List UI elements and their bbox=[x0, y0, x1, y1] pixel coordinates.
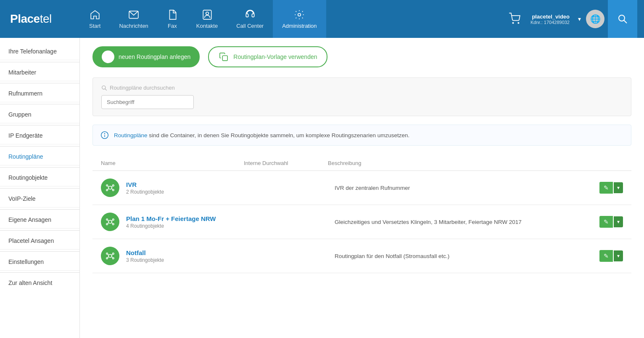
edit-button-plan1[interactable]: ✎ bbox=[599, 216, 613, 228]
svg-point-18 bbox=[113, 189, 114, 191]
row-sub-plan1: 4 Routingobjekte bbox=[126, 223, 251, 229]
sidebar-divider-3 bbox=[0, 104, 79, 104]
sidebar-item-routingplaene[interactable]: Routingpläne bbox=[0, 148, 79, 165]
svg-point-29 bbox=[113, 224, 114, 225]
info-text: Routingpläne sind die Container, in dene… bbox=[114, 132, 409, 138]
svg-line-21 bbox=[108, 186, 109, 187]
new-routingplan-button[interactable]: + neuen Routingplan anlegen bbox=[92, 46, 200, 67]
gear-icon bbox=[294, 9, 305, 20]
sidebar-item-rufnummern[interactable]: Rufnummern bbox=[0, 85, 79, 102]
sidebar-item-einstellungen[interactable]: Einstellungen bbox=[0, 253, 79, 271]
sidebar-item-gruppen[interactable]: Gruppen bbox=[0, 106, 79, 123]
svg-point-17 bbox=[106, 189, 108, 191]
svg-point-40 bbox=[113, 258, 114, 259]
username: placetel_video bbox=[532, 13, 570, 20]
sidebar-item-eigene-ansagen[interactable]: Eigene Ansagen bbox=[0, 211, 79, 229]
new-routingplan-label: neuen Routingplan anlegen bbox=[119, 53, 190, 60]
sidebar-item-placetel-ansagen[interactable]: Placetel Ansagen bbox=[0, 232, 79, 250]
edit-button-notfall[interactable]: ✎ bbox=[599, 250, 613, 262]
routing-icon-3 bbox=[106, 251, 115, 261]
sidebar-divider-2 bbox=[0, 83, 79, 83]
svg-point-16 bbox=[113, 185, 114, 186]
template-routingplan-label: Routingplan-Vorlage verwenden bbox=[233, 53, 317, 60]
info-box: Routingpläne sind die Container, in dene… bbox=[92, 125, 631, 146]
row-name-block-plan1: Plan 1 Mo-Fr + Feiertage NRW 4 Routingob… bbox=[126, 215, 251, 229]
sidebar-divider-5 bbox=[0, 146, 79, 146]
main-content: + neuen Routingplan anlegen Routingplan-… bbox=[80, 38, 644, 338]
table-row: IVR 2 Routingobjekte IVR der zentralen R… bbox=[92, 171, 631, 205]
search-button[interactable] bbox=[608, 0, 637, 38]
search-input[interactable] bbox=[101, 95, 194, 109]
user-dropdown-icon[interactable]: ▾ bbox=[576, 16, 583, 22]
nav-label-nachrichten: Nachrichten bbox=[119, 23, 148, 29]
row-icon-plan1 bbox=[101, 213, 119, 231]
svg-line-43 bbox=[108, 254, 109, 255]
nav-label-fax: Fax bbox=[168, 23, 177, 29]
row-icon-ivr bbox=[101, 178, 119, 197]
sidebar-divider-4 bbox=[0, 125, 79, 125]
col-header-name: Name bbox=[101, 160, 244, 166]
nav-label-administration: Administration bbox=[282, 23, 317, 29]
user-info[interactable]: placetel_video Kdnr.: 1704289032 bbox=[527, 13, 573, 25]
nav-item-administration[interactable]: Administration bbox=[273, 0, 326, 38]
table-row: Plan 1 Mo-Fr + Feiertage NRW 4 Routingob… bbox=[92, 205, 631, 239]
sidebar-divider-8 bbox=[0, 209, 79, 210]
nav-item-fax[interactable]: Fax bbox=[158, 0, 187, 38]
dropdown-button-ivr[interactable]: ▾ bbox=[614, 182, 623, 193]
sidebar-divider-7 bbox=[0, 188, 79, 189]
svg-line-35 bbox=[111, 223, 113, 224]
nav-item-nachrichten[interactable]: Nachrichten bbox=[110, 0, 157, 38]
svg-line-32 bbox=[108, 220, 109, 221]
svg-point-5 bbox=[518, 22, 519, 23]
row-desc-plan1: Gleichzeitiges und Versetztes Klingeln, … bbox=[335, 219, 589, 225]
cart-icon[interactable] bbox=[505, 9, 524, 29]
routing-icon bbox=[106, 183, 115, 192]
search-small-icon bbox=[101, 85, 107, 91]
svg-point-39 bbox=[106, 258, 108, 259]
copy-icon bbox=[218, 51, 229, 62]
nav-label-start: Start bbox=[89, 23, 100, 29]
sidebar-item-ip-endgeraete[interactable]: IP Endgeräte bbox=[0, 127, 79, 144]
sidebar-item-telefonanlage[interactable]: Ihre Telefonanlage bbox=[0, 43, 79, 60]
dropdown-button-plan1[interactable]: ▾ bbox=[614, 216, 623, 227]
contact-icon bbox=[202, 9, 213, 20]
row-desc-ivr: IVR der zentralen Rufnummer bbox=[335, 185, 589, 191]
row-actions-ivr: ✎ ▾ bbox=[589, 182, 623, 194]
search-icon bbox=[618, 14, 628, 24]
customer-number: Kdnr.: 1704289032 bbox=[531, 20, 570, 25]
row-name-ivr[interactable]: IVR bbox=[126, 181, 251, 188]
file-icon bbox=[167, 9, 178, 20]
template-routingplan-button[interactable]: Routingplan-Vorlage verwenden bbox=[208, 46, 327, 67]
svg-line-7 bbox=[624, 20, 627, 23]
col-header-desc: Beschreibung bbox=[328, 160, 623, 166]
svg-line-34 bbox=[108, 223, 109, 224]
svg-point-4 bbox=[512, 22, 513, 23]
sidebar-item-alte-ansicht[interactable]: Zur alten Ansicht bbox=[0, 274, 79, 291]
sidebar-item-mitarbeiter[interactable]: Mitarbeiter bbox=[0, 64, 79, 81]
svg-line-22 bbox=[111, 186, 113, 187]
nav-item-callcenter[interactable]: Call Center bbox=[227, 0, 273, 38]
svg-line-46 bbox=[111, 257, 113, 258]
svg-point-37 bbox=[106, 253, 108, 255]
row-name-block-ivr: IVR 2 Routingobjekte bbox=[126, 181, 251, 195]
routingplaene-link[interactable]: Routingpläne bbox=[114, 132, 148, 138]
home-icon bbox=[90, 9, 100, 20]
nav-item-kontakte[interactable]: Kontakte bbox=[187, 0, 227, 38]
row-name-plan1[interactable]: Plan 1 Mo-Fr + Feiertage NRW bbox=[126, 215, 251, 222]
avatar[interactable]: 🌐 bbox=[586, 10, 604, 28]
svg-point-38 bbox=[113, 253, 114, 255]
row-name-block-notfall: Notfall 3 Routingobjekte bbox=[126, 249, 251, 263]
logo[interactable]: Placetel bbox=[0, 0, 80, 38]
dropdown-button-notfall[interactable]: ▾ bbox=[614, 250, 623, 261]
col-header-internal: Interne Durchwahl bbox=[244, 160, 328, 166]
nav-label-callcenter: Call Center bbox=[236, 23, 264, 29]
sidebar-item-routingobjekte[interactable]: Routingobjekte bbox=[0, 169, 79, 186]
row-icon-notfall bbox=[101, 247, 119, 265]
row-name-notfall[interactable]: Notfall bbox=[126, 249, 251, 256]
edit-button-ivr[interactable]: ✎ bbox=[599, 182, 613, 194]
row-actions-notfall: ✎ ▾ bbox=[589, 250, 623, 262]
sidebar-item-voip-ziele[interactable]: VoIP-Ziele bbox=[0, 190, 79, 208]
nav-item-start[interactable]: Start bbox=[80, 0, 110, 38]
logo-text: Placetel bbox=[10, 12, 52, 26]
headset-icon bbox=[245, 9, 256, 20]
